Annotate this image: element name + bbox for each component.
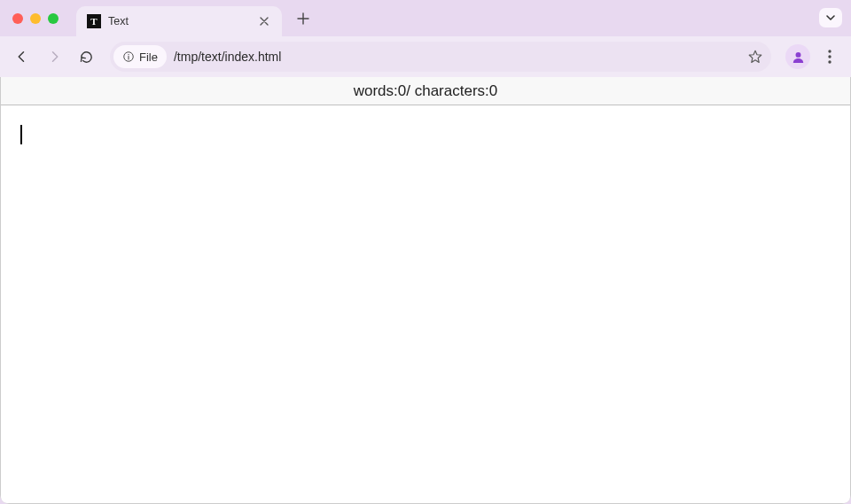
info-icon [122,50,135,63]
forward-button[interactable] [41,43,67,70]
svg-point-4 [828,55,831,58]
reload-button[interactable] [73,43,99,70]
profile-button[interactable] [785,44,810,69]
browser-toolbar: File /tmp/text/index.html [0,36,851,77]
browser-tab[interactable]: T Text [76,6,282,36]
status-bar: words: 0 / characters: 0 [1,77,850,105]
new-tab-button[interactable] [291,6,316,31]
words-label: words: [354,82,398,100]
url-scheme-label: File [139,50,158,64]
word-count: 0 [398,82,406,100]
text-cursor [20,125,22,144]
text-editor[interactable] [1,105,850,503]
close-window-button[interactable] [12,13,23,24]
tab-overflow-button[interactable] [819,8,842,27]
svg-point-3 [828,50,831,52]
url-path[interactable]: /tmp/text/index.html [174,50,743,64]
svg-point-1 [128,54,129,55]
tab-title: Text [108,15,257,27]
url-scheme-chip[interactable]: File [113,45,167,68]
person-icon [791,50,806,65]
back-button[interactable] [9,43,35,70]
maximize-window-button[interactable] [48,13,59,24]
svg-point-2 [795,51,800,57]
characters-label: / characters: [406,82,489,100]
tab-favicon: T [87,14,101,28]
character-count: 0 [489,82,497,100]
bookmark-button[interactable] [743,44,768,69]
close-tab-button[interactable] [257,14,271,28]
page-content: words: 0 / characters: 0 [0,77,851,504]
address-bar[interactable]: File /tmp/text/index.html [110,42,771,72]
menu-button[interactable] [817,44,842,69]
titlebar: T Text [0,0,851,36]
kebab-icon [828,50,831,64]
svg-point-5 [828,60,831,63]
window-controls [12,13,59,24]
minimize-window-button[interactable] [30,13,41,24]
